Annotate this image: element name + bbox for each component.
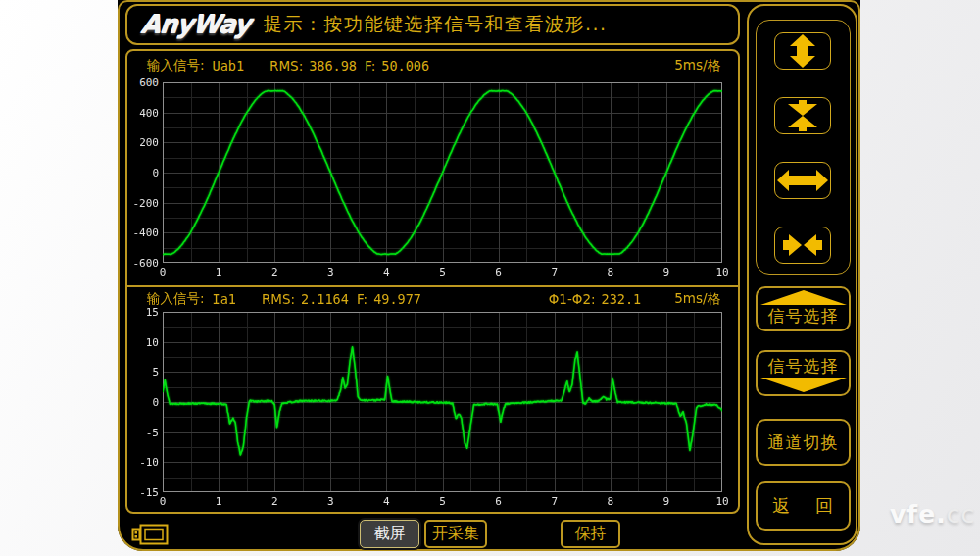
timebase-label: 5ms/格 xyxy=(674,57,720,75)
y-tick-label: 200 xyxy=(118,136,159,149)
voltage-chart: 6004002000-200-400-600012345678910 xyxy=(163,82,722,263)
x-tick-label: 8 xyxy=(598,495,623,508)
signal-label: 输入信号: xyxy=(147,57,205,75)
x-tick-label: 2 xyxy=(262,495,287,508)
horizontal-compress-icon xyxy=(775,227,830,263)
panel-divider xyxy=(127,285,738,287)
y-tick-label: 15 xyxy=(118,306,159,319)
freq-value: 49.977 xyxy=(373,291,421,307)
rms-value: 2.1164 xyxy=(301,291,349,307)
vertical-compress-button[interactable] xyxy=(774,97,831,134)
x-tick-label: 2 xyxy=(262,266,287,278)
current-chart: 151050-5-10-15012345678910 xyxy=(163,312,722,492)
y-tick-label: -400 xyxy=(118,227,159,239)
watermark: vfe.cc xyxy=(890,500,975,529)
current-waveform-canvas xyxy=(163,312,722,492)
start-acquisition-button[interactable]: 开采集 xyxy=(424,520,487,548)
y-tick-label: -10 xyxy=(118,456,159,469)
x-tick-label: 0 xyxy=(150,495,175,508)
signal-select-up-label: 信号选择 xyxy=(768,305,839,328)
screenshot-button[interactable]: 截屏 xyxy=(360,520,419,548)
current-panel-header: 输入信号: Ia1 RMS: 2.1164 F: 49.977 Φ1-Φ2: 2… xyxy=(127,288,738,310)
zoom-button-group xyxy=(756,20,851,275)
phase-value: 232.1 xyxy=(602,291,642,307)
x-tick-label: 5 xyxy=(430,266,456,278)
rms-label: RMS: xyxy=(270,58,303,74)
x-tick-label: 9 xyxy=(654,266,679,278)
watermark-light: cc xyxy=(947,500,976,529)
voltage-panel-header: 输入信号: Uab1 RMS: 386.98 F: 50.006 5ms/格 xyxy=(127,55,738,76)
timebase-label: 5ms/格 xyxy=(674,290,720,308)
screenshot-button-label: 截屏 xyxy=(374,524,406,544)
y-tick-label: -200 xyxy=(118,197,159,210)
rms-value: 386.98 xyxy=(309,58,357,74)
signal-name: Uab1 xyxy=(213,58,245,74)
x-tick-label: 4 xyxy=(373,495,399,508)
freq-label: F: xyxy=(357,291,368,307)
prompt-text: 提示：按功能键选择信号和查看波形... xyxy=(264,12,608,37)
x-tick-label: 1 xyxy=(206,266,231,278)
start-acquisition-button-label: 开采集 xyxy=(432,524,479,544)
hold-button[interactable]: 保持 xyxy=(561,520,620,548)
signal-name: Ia1 xyxy=(213,291,236,307)
channel-switch-label: 通道切换 xyxy=(768,431,839,454)
horizontal-expand-icon xyxy=(775,163,830,198)
x-tick-label: 3 xyxy=(318,266,343,278)
channel-switch-button[interactable]: 通道切换 xyxy=(756,419,851,466)
y-tick-label: 0 xyxy=(118,396,159,409)
x-tick-label: 5 xyxy=(430,495,456,508)
voltage-waveform-canvas xyxy=(163,82,722,263)
x-tick-label: 4 xyxy=(373,266,399,278)
header-bar: AnyWay 提示：按功能键选择信号和查看波形... xyxy=(125,4,740,45)
vertical-expand-icon xyxy=(775,33,830,69)
x-tick-label: 10 xyxy=(710,266,735,278)
y-tick-label: 600 xyxy=(118,76,159,89)
freq-label: F: xyxy=(365,58,375,74)
x-tick-label: 9 xyxy=(654,495,679,508)
x-tick-label: 7 xyxy=(542,495,567,508)
freq-value: 50.006 xyxy=(381,58,429,74)
rms-label: RMS: xyxy=(262,291,295,307)
x-tick-label: 7 xyxy=(542,266,567,278)
triangle-up-icon xyxy=(760,290,847,305)
right-control-panel: 信号选择 信号选择 通道切换 返 回 xyxy=(747,4,858,545)
horizontal-expand-button[interactable] xyxy=(774,162,831,199)
y-tick-label: 10 xyxy=(118,336,159,349)
y-tick-label: 0 xyxy=(118,167,159,179)
y-tick-label: -5 xyxy=(118,427,159,439)
signal-select-up-button[interactable]: 信号选择 xyxy=(756,286,851,331)
triangle-down-icon xyxy=(760,378,847,392)
x-tick-label: 10 xyxy=(710,495,735,508)
x-tick-label: 1 xyxy=(206,495,231,508)
watermark-bold: vfe. xyxy=(890,500,947,529)
anyway-logo: AnyWay xyxy=(139,10,251,39)
phase-label: Φ1-Φ2: xyxy=(549,291,596,307)
page-background: AnyWay 提示：按功能键选择信号和查看波形... 输入信号: Uab1 RM… xyxy=(0,0,980,556)
x-tick-label: 8 xyxy=(598,266,623,278)
x-tick-label: 6 xyxy=(486,495,512,508)
instrument-screen: AnyWay 提示：按功能键选择信号和查看波形... 输入信号: Uab1 RM… xyxy=(118,0,860,551)
y-tick-label: 5 xyxy=(118,366,159,379)
x-tick-label: 0 xyxy=(150,266,175,278)
horizontal-compress-button[interactable] xyxy=(774,227,831,264)
x-tick-label: 3 xyxy=(318,495,343,508)
back-label-right: 回 xyxy=(815,494,834,518)
usb-device-icon xyxy=(130,521,172,548)
x-tick-label: 6 xyxy=(486,266,512,278)
back-label-left: 返 xyxy=(772,494,791,518)
back-button[interactable]: 返 回 xyxy=(756,481,851,531)
vertical-compress-icon xyxy=(775,98,830,133)
hold-button-label: 保持 xyxy=(575,524,607,544)
signal-select-down-button[interactable]: 信号选择 xyxy=(756,350,851,396)
y-tick-label: 400 xyxy=(118,107,159,120)
vertical-expand-button[interactable] xyxy=(774,32,831,70)
signal-select-down-label: 信号选择 xyxy=(768,355,839,378)
